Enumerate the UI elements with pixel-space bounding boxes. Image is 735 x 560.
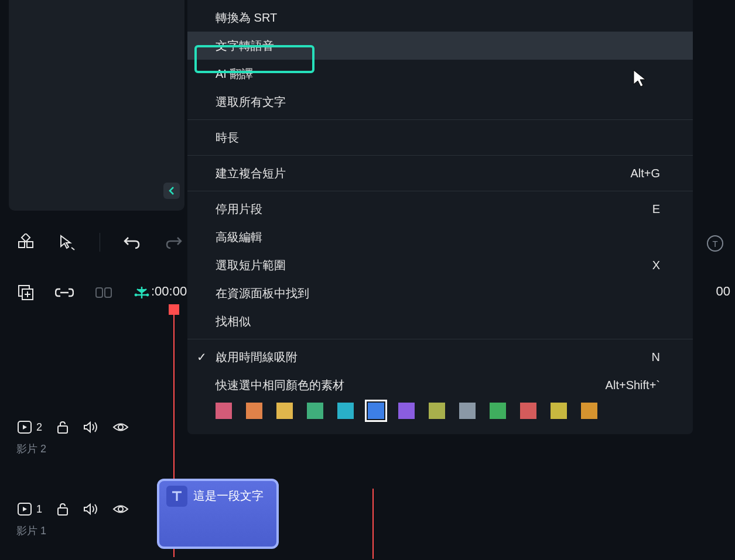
track-row: 1 [9, 486, 726, 532]
svg-point-11 [118, 425, 123, 430]
clip-label: 這是一段文字 [193, 488, 264, 504]
color-swatch[interactable] [429, 403, 445, 419]
menu-item-select-same-color[interactable]: 快速選中相同顏色的素材Alt+Shift+` [187, 371, 693, 399]
color-swatch[interactable] [368, 403, 384, 419]
menu-shortcut: X [652, 259, 660, 272]
menu-item-text-to-speech[interactable]: 文字轉語音 [187, 32, 693, 60]
context-menu: 轉換為 SRT 文字轉語音 AI 翻譯 選取所有文字 時長 建立複合短片Alt+… [187, 0, 693, 434]
time-label-right: 00 [716, 284, 730, 299]
redo-button[interactable] [165, 235, 182, 249]
svg-rect-0 [19, 242, 25, 248]
menu-item-ai-translate[interactable]: AI 翻譯 [187, 60, 693, 88]
tool-select[interactable] [59, 233, 76, 251]
color-swatch[interactable] [398, 403, 415, 419]
track-label: 影片 1 [16, 524, 46, 538]
track-mute-icon[interactable] [83, 421, 98, 434]
track-number: 1 [36, 503, 42, 516]
tool-magnet[interactable] [134, 284, 150, 301]
track-visibility-icon[interactable] [112, 504, 129, 514]
menu-item-snap[interactable]: ✓啟用時間線吸附N [187, 343, 693, 371]
collapse-panel-button[interactable] [163, 183, 180, 199]
track-label: 影片 2 [16, 442, 46, 456]
tool-add-track[interactable] [18, 284, 34, 301]
color-swatch[interactable] [459, 403, 476, 419]
toolbar-divider [100, 233, 100, 252]
color-swatch[interactable] [246, 403, 262, 419]
menu-label: 轉換為 SRT [216, 10, 277, 26]
menu-section: 時長 [187, 120, 693, 156]
menu-item-duration[interactable]: 時長 [187, 123, 693, 152]
menu-shortcut: Alt+G [630, 167, 660, 180]
menu-section: 建立複合短片Alt+G [187, 156, 693, 191]
menu-label: 在資源面板中找到 [216, 286, 309, 301]
text-tool-indicator[interactable]: T [707, 235, 723, 252]
menu-item-select-range[interactable]: 選取短片範圍X [187, 251, 693, 279]
menu-label: 選取所有文字 [216, 94, 286, 110]
menu-label: 時長 [216, 130, 239, 146]
menu-label: 文字轉語音 [216, 38, 274, 54]
menu-section: ✓啟用時間線吸附N 快速選中相同顏色的素材Alt+Shift+` [187, 339, 693, 430]
svg-rect-6 [105, 288, 111, 297]
svg-rect-10 [58, 426, 67, 433]
tool-group[interactable] [95, 286, 112, 300]
menu-item-select-all-text[interactable]: 選取所有文字 [187, 88, 693, 116]
menu-label: 選取短片範圍 [216, 257, 286, 273]
track-visibility-icon[interactable] [112, 422, 129, 432]
color-swatch[interactable] [276, 403, 293, 419]
menu-shortcut: E [652, 202, 660, 216]
check-icon: ✓ [197, 350, 207, 364]
menu-item-convert-srt[interactable]: 轉換為 SRT [187, 4, 693, 32]
menu-label: 建立複合短片 [216, 166, 286, 181]
color-swatch[interactable] [216, 403, 232, 419]
preview-panel [9, 0, 184, 211]
cursor-icon [633, 69, 649, 88]
color-swatch[interactable] [337, 403, 354, 419]
svg-point-14 [118, 507, 123, 511]
menu-label: 找相似 [216, 314, 251, 329]
timeline-tools [9, 275, 159, 310]
track-lock-icon[interactable] [56, 503, 69, 516]
color-swatch[interactable] [307, 403, 323, 419]
menu-label: 停用片段 [216, 201, 262, 217]
text-tool-label: T [712, 239, 717, 249]
menu-section: 停用片段E 高級編輯 選取短片範圍X 在資源面板中找到 找相似 [187, 191, 693, 339]
playhead-marker[interactable] [169, 304, 179, 315]
svg-rect-1 [27, 242, 33, 248]
track-number: 2 [36, 421, 42, 434]
track-mute-icon[interactable] [83, 503, 98, 516]
menu-item-find-similar[interactable]: 找相似 [187, 307, 693, 335]
color-swatch[interactable] [520, 403, 536, 419]
svg-rect-5 [96, 288, 102, 297]
track-video-icon[interactable]: 2 [18, 421, 42, 434]
color-swatch[interactable] [581, 403, 597, 419]
menu-label: 啟用時間線吸附 [216, 349, 298, 365]
track-video-icon[interactable]: 1 [18, 503, 42, 516]
clip-cursor [372, 489, 374, 559]
menu-label: AI 翻譯 [216, 66, 253, 82]
track-lock-icon[interactable] [56, 421, 69, 434]
menu-shortcut: Alt+Shift+` [606, 379, 660, 392]
color-swatch[interactable] [490, 403, 506, 419]
tool-layout[interactable] [18, 233, 35, 251]
svg-rect-2 [22, 233, 30, 242]
menu-item-find-in-panel[interactable]: 在資源面板中找到 [187, 279, 693, 307]
menu-label: 快速選中相同顏色的素材 [216, 377, 344, 393]
menu-section: 轉換為 SRT 文字轉語音 AI 翻譯 選取所有文字 [187, 0, 693, 120]
svg-point-8 [146, 294, 149, 296]
color-swatch[interactable] [551, 403, 567, 419]
svg-rect-13 [58, 508, 67, 515]
menu-shortcut: N [652, 351, 660, 364]
menu-item-disable-clip[interactable]: 停用片段E [187, 195, 693, 223]
text-clip-icon [166, 486, 187, 507]
menu-label: 高級編輯 [216, 229, 262, 245]
color-swatch-row [187, 399, 693, 426]
time-label-left: :00:00 [151, 284, 187, 299]
timeline-clip[interactable]: 這是一段文字 [157, 479, 279, 549]
chevron-left-icon [168, 186, 175, 195]
svg-point-7 [135, 294, 137, 296]
menu-item-compound-clip[interactable]: 建立複合短片Alt+G [187, 159, 693, 187]
undo-button[interactable] [124, 235, 141, 249]
menu-item-advanced-edit[interactable]: 高級編輯 [187, 223, 693, 251]
tool-link[interactable] [55, 287, 74, 298]
